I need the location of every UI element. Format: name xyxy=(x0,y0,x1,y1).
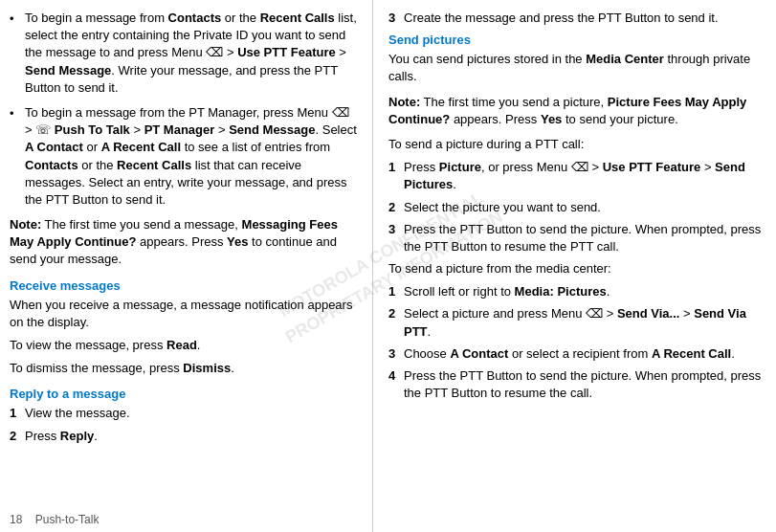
note-text-2: The first time you send a picture, Pictu… xyxy=(388,95,746,126)
during-step-3-num: 3 xyxy=(388,221,404,255)
reply-step-1-text: View the message. xyxy=(25,405,357,422)
bullet-text-1: To begin a message from Contacts or the … xyxy=(25,10,357,97)
note-label-2: Note: xyxy=(388,95,420,109)
note-label-1: Note: xyxy=(10,217,41,232)
note-text-1: The first time you send a message, Messa… xyxy=(10,217,338,266)
receive-body-1: When you receive a message, a message no… xyxy=(10,297,357,331)
during-step-1: 1 Press Picture, or press Menu ⌫ > Use P… xyxy=(388,159,766,193)
page-number: 18 Push-to-Talk xyxy=(10,513,99,526)
from-step-4-num: 4 xyxy=(388,367,404,402)
reply-step-1: 1 View the message. xyxy=(10,405,357,422)
right-column: 3 Create the message and press the PTT B… xyxy=(373,0,776,532)
reply-step-2-num: 2 xyxy=(10,428,25,445)
during-step-2: 2 Select the picture you want to send. xyxy=(388,199,766,216)
note-block-1: Note: The first time you send a message,… xyxy=(10,216,357,269)
step3-send-message: 3 Create the message and press the PTT B… xyxy=(388,10,766,27)
during-step-3: 3 Press the PTT Button to send the pictu… xyxy=(388,221,766,255)
during-step-2-num: 2 xyxy=(388,199,404,216)
from-step-3: 3 Choose A Contact or select a recipient… xyxy=(388,345,766,363)
during-step-3-text: Press the PTT Button to send the picture… xyxy=(404,221,766,255)
bullet-item-2: • To begin a message from the PT Manager… xyxy=(10,104,357,209)
receive-body-3: To dismiss the message, press Dismiss. xyxy=(10,360,357,377)
from-step-3-text: Choose A Contact or select a recipient f… xyxy=(404,345,766,363)
bullet-dot-2: • xyxy=(10,105,21,209)
page-container: MOTOROLA CONFIDENTIALPROPRIETARY INFORMA… xyxy=(0,0,776,532)
to-send-from-label: To send a picture from the media center: xyxy=(388,260,766,277)
reply-step-2: 2 Press Reply. xyxy=(10,428,357,445)
send-pictures-body1: You can send pictures stored in the Medi… xyxy=(388,51,766,85)
from-step-1: 1 Scroll left or right to Media: Picture… xyxy=(388,283,766,300)
receive-messages-heading: Receive messages xyxy=(10,278,357,293)
step3-num: 3 xyxy=(388,10,404,27)
from-step-1-text: Scroll left or right to Media: Pictures. xyxy=(404,283,766,300)
from-step-4-text: Press the PTT Button to send the picture… xyxy=(404,367,766,402)
receive-body-2: To view the message, press Read. xyxy=(10,337,357,354)
reply-heading: Reply to a message xyxy=(10,387,357,401)
reply-step-2-text: Press Reply. xyxy=(25,428,357,445)
from-step-2-text: Select a picture and press Menu ⌫ > Send… xyxy=(404,305,766,340)
from-step-3-num: 3 xyxy=(388,345,404,363)
during-step-2-text: Select the picture you want to send. xyxy=(404,199,766,216)
bullet-dot-1: • xyxy=(10,11,21,97)
left-column: • To begin a message from Contacts or th… xyxy=(0,0,373,532)
to-send-during-label: To send a picture during a PTT call: xyxy=(388,136,766,153)
reply-step-1-num: 1 xyxy=(10,405,25,422)
from-step-1-num: 1 xyxy=(388,283,404,300)
bullet-item-1: • To begin a message from Contacts or th… xyxy=(10,10,357,97)
note-block-2: Note: The first time you send a picture,… xyxy=(388,94,766,128)
from-step-4: 4 Press the PTT Button to send the pictu… xyxy=(388,367,766,402)
from-step-2-num: 2 xyxy=(388,305,404,340)
during-step-1-text: Press Picture, or press Menu ⌫ > Use PTT… xyxy=(404,159,766,193)
send-pictures-heading: Send pictures xyxy=(388,33,766,47)
from-step-2: 2 Select a picture and press Menu ⌫ > Se… xyxy=(388,305,766,340)
during-step-1-num: 1 xyxy=(388,159,404,193)
step3-text: Create the message and press the PTT But… xyxy=(404,10,766,27)
bullet-text-2: To begin a message from the PT Manager, … xyxy=(25,104,357,209)
